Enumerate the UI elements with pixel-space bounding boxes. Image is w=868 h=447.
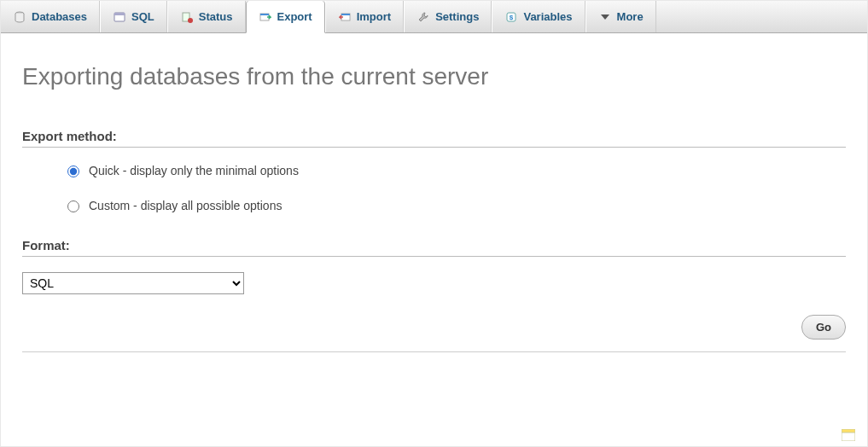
svg-text:$: $ [510, 14, 514, 21]
main-tabs: Databases SQL Status Export Import [1, 1, 867, 33]
format-label: Format: [22, 238, 846, 257]
svg-rect-8 [341, 14, 350, 15]
radio-custom-label: Custom - display all possible options [89, 199, 282, 212]
variables-icon: $ [504, 10, 518, 24]
tab-label: Export [277, 10, 312, 23]
sql-icon [113, 10, 126, 24]
export-method-custom[interactable]: Custom - display all possible options [63, 198, 846, 212]
export-method-label: Export method: [22, 129, 846, 148]
radio-custom[interactable] [67, 200, 79, 212]
page-title: Exporting databases from the current ser… [22, 63, 846, 90]
tab-label: More [617, 10, 644, 23]
import-icon [338, 10, 352, 24]
action-row: Go [22, 315, 846, 352]
go-button[interactable]: Go [801, 315, 846, 340]
tab-settings[interactable]: Settings [404, 1, 492, 32]
window-icon[interactable] [842, 429, 855, 441]
tab-label: Databases [32, 10, 87, 23]
tab-more[interactable]: More [585, 1, 656, 32]
tab-status[interactable]: Status [167, 1, 246, 32]
tab-label: Status [199, 10, 233, 23]
status-icon [180, 10, 194, 24]
svg-rect-6 [260, 14, 269, 15]
tab-label: Variables [523, 10, 572, 23]
svg-rect-12 [842, 429, 855, 432]
tab-label: SQL [131, 10, 154, 23]
radio-quick[interactable] [67, 165, 79, 177]
tab-import[interactable]: Import [325, 1, 404, 32]
svg-rect-2 [114, 13, 125, 15]
radio-quick-label: Quick - display only the minimal options [89, 164, 299, 177]
chevron-down-icon [598, 10, 612, 24]
main-content: Exporting databases from the current ser… [1, 33, 867, 369]
export-method-quick[interactable]: Quick - display only the minimal options [63, 163, 846, 177]
tab-databases[interactable]: Databases [1, 1, 100, 32]
tab-label: Settings [435, 10, 479, 23]
tab-sql[interactable]: SQL [100, 1, 167, 32]
tab-export[interactable]: Export [246, 1, 325, 33]
format-select[interactable]: SQL [22, 272, 244, 294]
tab-label: Import [357, 10, 391, 23]
database-icon [13, 10, 26, 24]
wrench-icon [417, 10, 430, 24]
export-icon [259, 10, 272, 24]
svg-point-4 [188, 18, 193, 23]
tab-variables[interactable]: $ Variables [492, 1, 585, 32]
export-method-group: Quick - display only the minimal options… [63, 163, 846, 212]
